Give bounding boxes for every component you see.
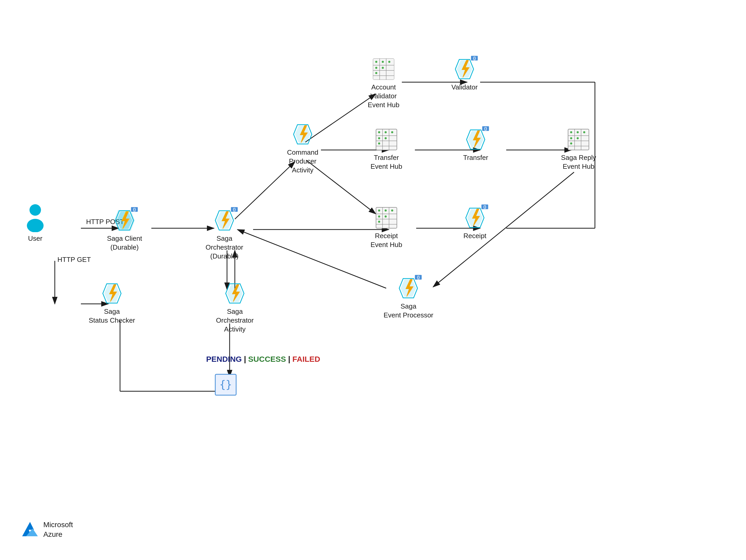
transfer-hub-label: TransferEvent Hub [371,153,402,171]
svg-point-99 [378,215,380,217]
receipt-node: {} Receipt [463,206,487,240]
saga-client-label: Saga Client(Durable) [107,234,142,252]
svg-point-71 [378,137,380,139]
saga-client-node: {} Saga Client(Durable) [107,209,142,252]
user-icon [24,203,47,232]
receipt-hub-label: ReceiptEvent Hub [371,232,402,249]
saga-event-processor-node: {} SagaEvent Processor [383,276,433,320]
saga-orchestrator-durable-label: Saga Orchestrator(Durable) [198,234,251,261]
svg-point-26 [27,219,44,232]
svg-point-86 [583,131,585,133]
storage-icon: {} [214,373,237,396]
separator1: | [244,355,246,363]
receipt-hub-node: ReceiptEvent Hub [371,206,402,249]
svg-point-55 [375,67,377,69]
svg-point-98 [391,209,393,211]
saga-reply-hub-icon [567,128,590,151]
svg-point-25 [29,204,41,216]
http-get-label: HTTP GET [57,256,91,264]
saga-orchestrator-activity-node: Saga OrchestratorActivity [209,282,261,333]
status-labels: PENDING | SUCCESS | FAILED [206,355,320,363]
validator-icon: {} [453,57,476,81]
svg-line-19 [237,230,386,288]
svg-point-101 [378,220,380,223]
account-validator-hub-node: Account ValidatorEvent Hub [357,57,410,109]
svg-point-85 [577,131,579,133]
saga-orchestrator-durable-node: {} Saga Orchestrator(Durable) [198,209,251,261]
command-producer-label: Command ProducerActivity [277,148,329,175]
receipt-icon: {} [463,206,487,230]
transfer-hub-node: TransferEvent Hub [371,128,402,171]
saga-event-processor-label: SagaEvent Processor [383,302,433,320]
command-producer-node: Command ProducerActivity [277,123,329,175]
saga-reply-hub-node: Saga ReplyEvent Hub [561,128,596,171]
svg-line-18 [433,172,574,287]
user-label: User [28,234,42,243]
saga-status-checker-node: SagaStatus Checker [89,282,135,325]
receipt-hub-icon [375,206,398,230]
transfer-icon: {} [464,128,487,151]
svg-point-54 [388,61,390,63]
receipt-badge: {} [481,204,489,210]
svg-point-88 [577,137,579,139]
svg-point-84 [570,131,572,133]
command-producer-icon [291,123,314,146]
saga-orchestrator-activity-icon [223,282,247,305]
saga-orchestrator-durable-badge: {} [230,207,238,212]
azure-logo-text: MicrosoftAzure [43,520,73,539]
transfer-hub-icon [375,128,398,151]
svg-point-96 [378,209,380,211]
validator-node: {} Validator [451,57,478,92]
azure-logo: MicrosoftAzure [21,520,73,539]
user-node: User [24,203,47,243]
saga-client-icon: {} [113,209,136,232]
saga-reply-hub-label: Saga ReplyEvent Hub [561,153,596,171]
svg-point-53 [382,61,384,63]
transfer-label: Transfer [463,153,488,162]
svg-point-68 [378,131,380,133]
pending-label: PENDING [206,355,242,363]
svg-point-72 [384,137,387,139]
svg-point-87 [570,137,572,139]
saga-client-badge: {} [131,207,138,212]
svg-point-69 [384,131,387,133]
svg-point-56 [382,67,384,69]
svg-point-97 [384,209,387,211]
saga-status-checker-label: SagaStatus Checker [89,307,135,325]
receipt-label: Receipt [463,232,486,240]
separator2: | [288,355,290,363]
validator-label: Validator [451,83,478,92]
transfer-badge: {} [482,126,489,131]
svg-point-100 [384,215,387,217]
failed-label: FAILED [292,355,320,363]
saga-orchestrator-durable-icon: {} [213,209,236,232]
svg-text:{}: {} [220,379,232,390]
svg-point-70 [391,131,393,133]
svg-point-89 [570,142,572,145]
svg-point-73 [378,142,380,145]
saga-orchestrator-activity-label: Saga OrchestratorActivity [209,307,261,333]
saga-status-checker-icon [100,282,124,305]
success-label: SUCCESS [248,355,286,363]
svg-point-52 [375,61,377,63]
diagram-container: HTTP POST HTTP GET User { [0,0,746,560]
account-validator-hub-icon [372,57,395,81]
saga-event-processor-badge: {} [414,274,422,280]
svg-point-57 [375,72,377,74]
storage-node: {} [214,373,237,396]
validator-badge: {} [470,55,478,61]
account-validator-hub-label: Account ValidatorEvent Hub [357,83,410,109]
saga-event-processor-icon: {} [397,276,420,300]
transfer-node: {} Transfer [463,128,488,162]
